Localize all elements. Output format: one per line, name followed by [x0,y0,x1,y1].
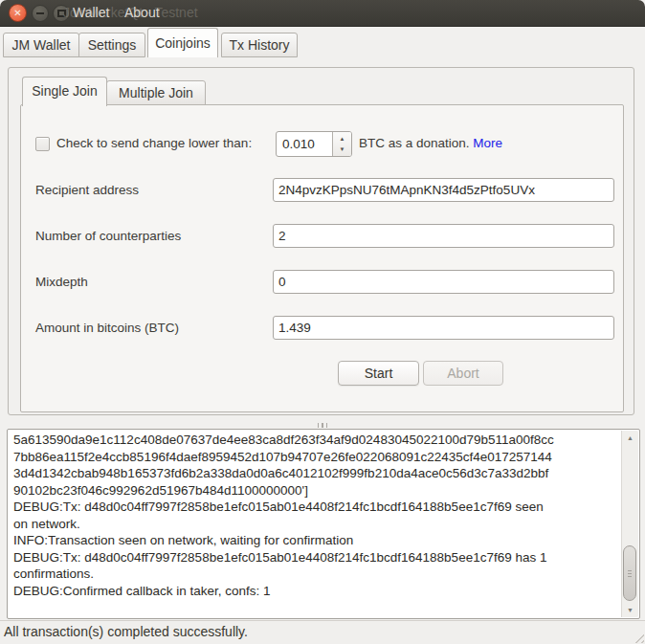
tab-coinjoins[interactable]: Coinjoins [147,28,218,57]
log-line: 7bb86ea115f2e4ccb85196f4daef8959452d107b… [13,449,618,466]
log-line: on network. [13,516,618,533]
recipient-address-input[interactable] [273,178,614,202]
menu-about[interactable]: About [124,0,160,26]
log-line: INFO:Transaction seen on network, waitin… [13,532,618,549]
amount-btc-label: Amount in bitcoins (BTC) [35,320,179,337]
scroll-down-icon[interactable]: ▼ [622,603,638,617]
mixdepth-label: Mixdepth [35,274,88,291]
scrollbar-grip-icon [628,573,632,574]
donation-amount-input[interactable] [277,132,334,156]
start-button[interactable]: Start [338,361,419,386]
tab-single-join[interactable]: Single Join [22,77,107,106]
minimize-icon [36,12,44,14]
spinner-up-icon[interactable]: ▲ [333,132,351,144]
donation-suffix-label: BTC as a donation. More [359,135,502,152]
counterparties-input[interactable] [273,224,614,248]
log-textarea[interactable]: 5a613590da9e1c112c408de07637de4ee83ca8df… [7,429,640,619]
log-line: confirmations. [13,566,618,583]
splitter-grip-icon [318,423,320,428]
resize-grip[interactable] [632,631,644,643]
spinner-buttons: ▲ ▼ [332,132,351,156]
donation-more-link[interactable]: More [473,136,502,150]
coinjoins-groupbox: Single Join Multiple Join Check to send … [8,67,634,415]
scrollbar-thumb[interactable] [623,545,636,601]
amount-btc-input[interactable] [273,316,614,340]
recipient-address-label: Recipient address [35,182,139,199]
close-button[interactable]: ✕ [9,4,27,22]
log-line: DEBUG:Confirmed callback in taker, confs… [13,583,618,600]
log-line: 5a613590da9e1c112c408de07637de4ee83ca8df… [13,432,618,449]
status-bar: All transaction(s) completed successfull… [0,620,645,644]
log-line: 3d4d1342cbab948b165373fd6b2a338da0d0a6c4… [13,465,618,482]
log-scrollbar[interactable]: ▲ ▼ [621,431,638,617]
menu-wallet[interactable]: Wallet [73,0,109,26]
tab-jm-wallet[interactable]: JM Wallet [3,33,79,57]
tab-tx-history[interactable]: Tx History [221,33,298,57]
splitter-handle[interactable] [311,422,334,428]
close-icon: ✕ [13,8,21,18]
log-text: 5a613590da9e1c112c408de07637de4ee83ca8df… [13,432,618,599]
donation-checkbox-label: Check to send change lower than: [56,135,252,152]
scroll-up-icon[interactable]: ▲ [622,431,638,445]
status-text: All transaction(s) completed successfull… [4,624,248,639]
tab-settings[interactable]: Settings [78,33,145,57]
minimize-button[interactable] [32,5,49,22]
log-line: DEBUG:Tx: d48d0c04ff7997f2858be1efc015ab… [13,499,618,516]
log-line: DEBUG:Tx: d48d0c04ff7997f2858be1efc015ab… [13,549,618,566]
tab-multiple-join[interactable]: Multiple Join [106,80,206,105]
counterparties-label: Number of counterparties [35,228,181,245]
donation-checkbox[interactable] [35,137,50,151]
single-join-pane: Check to send change lower than: ▲ ▼ BTC… [20,104,624,412]
abort-button[interactable]: Abort [423,361,503,386]
titlebar[interactable]: ✕ JoinMarketQt - Testnet Wallet About [0,0,645,27]
donation-suffix-text: BTC as a donation. [359,136,473,150]
mixdepth-input[interactable] [273,270,614,294]
donation-amount-spinbox[interactable]: ▲ ▼ [276,131,352,157]
app-window: ✕ JoinMarketQt - Testnet Wallet About JM… [0,0,645,644]
spinner-down-icon[interactable]: ▼ [333,144,351,156]
log-line: 90102bc23f046c992962d51967b484d110000000… [13,482,618,500]
